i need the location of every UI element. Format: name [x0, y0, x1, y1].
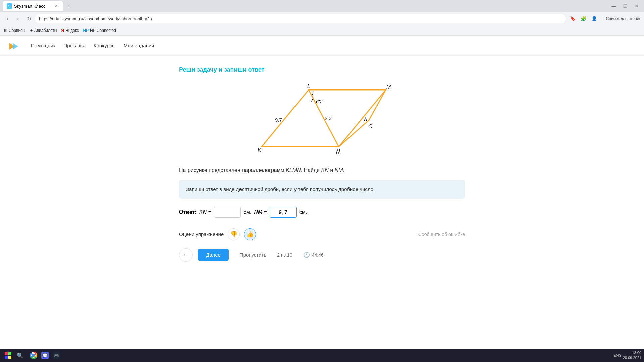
rating-section: Оцени упражнение 👎 👍 Сообщить об ошибке [179, 228, 465, 240]
nm-unit: см. [299, 209, 307, 215]
yandex-icon: Я [61, 28, 64, 33]
tab-title: Skysmart Класс [14, 4, 45, 9]
tab-bar: S Skysmart Класс ✕ + — ❐ ✕ [0, 0, 644, 12]
svg-text:L: L [307, 83, 310, 89]
kn-input[interactable] [214, 207, 241, 218]
svg-text:2,3: 2,3 [325, 115, 332, 121]
hp-icon: HP [83, 28, 89, 33]
svg-text:60°: 60° [316, 99, 323, 104]
problem-text: На рисунке представлен параллелограмм KL… [179, 166, 465, 175]
nav-helper[interactable]: Помощник [31, 43, 55, 48]
svg-text:9,7: 9,7 [275, 117, 282, 123]
reading-list-button[interactable]: Список для чтения [603, 16, 641, 21]
extension-icon-1[interactable]: 🔖 [568, 14, 578, 23]
svg-text:K: K [258, 147, 262, 153]
main-content: Реши задачу и запиши ответ 60° ∧ 9,7 [171, 56, 473, 273]
timer-value: 44:46 [312, 252, 324, 258]
browser-chrome: S Skysmart Класс ✕ + — ❐ ✕ ‹ › ↻ 🔖 🧩 👤 С… [0, 0, 644, 36]
geometry-diagram: 60° ∧ 9,7 2,3 L M K N O [241, 81, 402, 155]
svg-text:O: O [368, 124, 372, 129]
tab-favicon: S [7, 3, 12, 9]
figure-container: 60° ∧ 9,7 2,3 L M K N O [179, 81, 465, 155]
nm-label: NM = [254, 209, 267, 215]
bookmark-aviatickets[interactable]: ✈ Авиабилеты [30, 28, 57, 33]
avia-icon: ✈ [30, 28, 33, 33]
progress-text: 2 из 10 [277, 252, 292, 258]
services-icon: ⊞ [4, 28, 7, 33]
timer: 🕐 44:46 [303, 252, 324, 258]
nav-contests[interactable]: Конкурсы [94, 43, 116, 48]
answer-section: Ответ: KN = см. NM = см. [179, 207, 465, 218]
svg-text:N: N [336, 149, 340, 155]
nm-input[interactable] [270, 207, 297, 218]
timer-icon: 🕐 [303, 252, 310, 258]
tab-close-button[interactable]: ✕ [54, 3, 59, 9]
extension-icon-3[interactable]: 👤 [590, 14, 599, 23]
bookmark-services[interactable]: ⊞ Сервисы [4, 28, 25, 33]
app-navbar: Помощник Прокачка Конкурсы Мои задания [0, 36, 644, 56]
back-nav-button[interactable]: ← [179, 248, 193, 262]
page-content: Помощник Прокачка Конкурсы Мои задания Р… [0, 36, 644, 335]
svg-text:∧: ∧ [363, 116, 368, 122]
bookmark-yandex[interactable]: Я Яндекс [61, 28, 79, 33]
kn-unit: см. [244, 209, 251, 215]
app-logo [8, 40, 20, 52]
nav-my-tasks[interactable]: Мои задания [124, 43, 154, 48]
active-tab[interactable]: S Skysmart Класс ✕ [3, 1, 63, 11]
minimize-button[interactable]: — [609, 1, 619, 11]
new-tab-button[interactable]: + [64, 1, 74, 11]
maximize-button[interactable]: ❐ [621, 1, 630, 11]
svg-marker-3 [13, 43, 18, 50]
nav-actions: ← Далее Пропустить 2 из 10 🕐 44:46 [179, 248, 465, 262]
bookmark-hp-connected[interactable]: HP HP Connected [83, 28, 116, 33]
dislike-button[interactable]: 👎 [228, 228, 240, 240]
answer-label: Ответ: [179, 209, 197, 215]
nav-links: Помощник Прокачка Конкурсы Мои задания [31, 43, 154, 48]
info-box: Запиши ответ в виде десятичной дроби, ес… [179, 180, 465, 199]
back-button[interactable]: ‹ [3, 14, 12, 23]
next-button[interactable]: Далее [198, 249, 229, 261]
rating-label: Оцени упражнение [179, 231, 224, 237]
kn-label: KN = [199, 209, 211, 215]
refresh-button[interactable]: ↻ [24, 14, 34, 23]
nav-promo[interactable]: Прокачка [63, 43, 85, 48]
svg-text:M: M [386, 84, 391, 90]
like-button[interactable]: 👍 [244, 228, 256, 240]
task-title: Реши задачу и запиши ответ [179, 66, 465, 73]
browser-controls: ‹ › ↻ 🔖 🧩 👤 Список для чтения [0, 12, 644, 25]
forward-button[interactable]: › [13, 14, 23, 23]
browser-icons: 🔖 🧩 👤 [568, 14, 599, 23]
address-bar[interactable] [35, 14, 566, 23]
close-window-button[interactable]: ✕ [632, 1, 641, 11]
skip-link[interactable]: Пропустить [239, 252, 266, 258]
bookmarks-bar: ⊞ Сервисы ✈ Авиабилеты Я Яндекс HP HP Co… [0, 25, 644, 36]
report-error-link[interactable]: Сообщить об ошибке [418, 232, 465, 237]
extension-icon-2[interactable]: 🧩 [579, 14, 588, 23]
